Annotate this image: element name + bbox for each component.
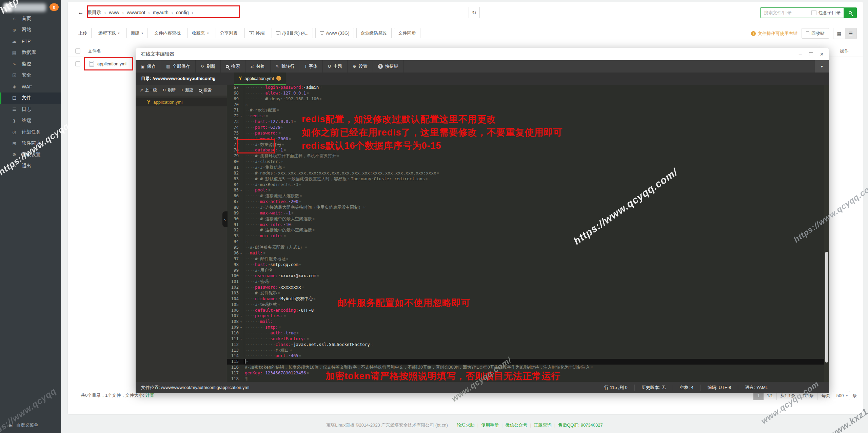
search-input[interactable] (761, 8, 811, 18)
sidebar-item-cron[interactable]: ◷计划任务 (0, 126, 61, 138)
new-button[interactable]: 新建▾ (126, 28, 148, 38)
recycle-bin-button[interactable]: 回收站 (802, 28, 829, 39)
include-subdir-toggle[interactable]: 包含子目录 (811, 8, 844, 18)
breadcrumb-item[interactable]: wwwroot (127, 10, 145, 15)
calculate-size-link[interactable]: 计算 (145, 393, 154, 398)
remote-download-button[interactable]: 远程下载▾ (94, 28, 124, 38)
button-label: 设置 (359, 63, 368, 69)
sidebar-item-security[interactable]: ☑安全 (0, 70, 61, 81)
back-icon[interactable]: ← (74, 9, 87, 16)
file-sync-button[interactable]: 文件同步 (394, 28, 420, 38)
code-line-content: ··#·redis配置¤ (243, 107, 279, 112)
tree-collapse-handle[interactable]: ‹ (222, 211, 228, 227)
editor-scrollbar-track[interactable] (824, 85, 829, 382)
breadcrumb-item[interactable]: www (109, 10, 119, 15)
line-number: 83 (227, 176, 239, 182)
tree-search-button[interactable]: 搜索 (199, 87, 212, 93)
sidebar-item-custom-menu[interactable]: ⊞ 自定义菜单 (9, 422, 38, 428)
footer-link[interactable]: 论坛求助 (457, 422, 475, 428)
grid-view-button[interactable]: ▦ (833, 28, 845, 39)
sidebar-item-waf[interactable]: ◈WAF (0, 81, 61, 92)
code-token: #·maxRedirects:·3 (255, 182, 298, 187)
list-view-button[interactable]: ☰ (845, 28, 856, 39)
line-end-marker: ¤ (283, 313, 286, 318)
editor-save-all-button[interactable]: ▥全部保存 (161, 60, 195, 73)
indent-whitespace: ······ (245, 233, 260, 238)
sidebar-item-logout[interactable]: ↪退出 (0, 161, 61, 172)
tree-up-button[interactable]: ↗上一级 (140, 87, 157, 93)
editor-hotkeys-button[interactable]: ?快捷键 (373, 60, 404, 73)
editor-font-button[interactable]: I字体 (300, 60, 323, 73)
file-name[interactable]: application.yml (97, 61, 126, 66)
button-label: 保存 (147, 63, 156, 69)
line-number: 84 (227, 182, 239, 188)
statusbar-segment: 空格: 4 (673, 385, 700, 391)
save-icon: ▣ (141, 64, 144, 69)
editor-replace-button[interactable]: ⇄替换 (245, 60, 271, 73)
minimize-icon[interactable]: − (798, 53, 802, 56)
include-subdir-checkbox[interactable] (811, 10, 816, 15)
search-button[interactable] (844, 8, 856, 18)
tab-application-yml[interactable]: Y application.yml i (234, 73, 286, 85)
editor-goto-line-button[interactable]: ✎跳转行 (271, 60, 300, 73)
code-line-109: 109▾········smtp:¤ (227, 325, 829, 330)
content-search-button[interactable]: 文件内容查找 (150, 28, 185, 38)
editor-scrollbar-thumb[interactable] (825, 252, 828, 363)
footer-link[interactable]: 售后QQ群: 907340327 (558, 422, 603, 428)
favorites-button[interactable]: 收藏夹▾ (188, 28, 213, 38)
toolbar-more-button[interactable]: ▾ (815, 60, 829, 73)
indent-whitespace: ···· (245, 136, 255, 141)
tree-refresh-button[interactable]: ↻刷新 (162, 87, 176, 93)
line-number: 92 (227, 227, 239, 233)
sidebar-item-ftp[interactable]: ☁FTP (0, 36, 61, 47)
sidebar-item-panel-settings[interactable]: ⚙面板设置 (0, 149, 61, 161)
address-bar[interactable]: ← 根目录›www›wwwroot›myauth›config› ↻ (74, 7, 480, 18)
code-line-79: 79····#·集群环境打开下面注释，单机不需要打开¤ (227, 153, 829, 159)
line-end-marker: ¤ (306, 90, 309, 96)
footer-link[interactable]: 正版查询 (534, 422, 552, 428)
sidebar-item-home[interactable]: ⌂首页 (0, 13, 61, 24)
editor-theme-button[interactable]: U主题 (323, 60, 348, 73)
upload-button[interactable]: 上传 (74, 28, 92, 38)
file-row-checkbox[interactable] (75, 61, 80, 66)
footer-link[interactable]: 微信公众号 (505, 422, 527, 428)
tree-item-application-yml[interactable]: Y application.yml (136, 98, 227, 106)
breadcrumb-item[interactable]: config (176, 10, 189, 15)
editor-titlebar: 在线文本编辑器 − × (136, 48, 829, 60)
line-end-marker: ¤ (304, 245, 307, 250)
editor-refresh-button[interactable]: ↻刷新 (196, 60, 221, 73)
line-end-marker: ¤ (278, 130, 281, 136)
sidebar-item-appstore[interactable]: ⊞软件商店 (0, 138, 61, 149)
maximize-icon[interactable] (809, 52, 813, 56)
breadcrumb-item[interactable]: 根目录 (87, 9, 101, 16)
button-label: 上传 (78, 30, 87, 36)
annotation-text-3: redis默认16个数据库序号为0-15 (302, 140, 441, 152)
monitor-icon: ∿ (12, 61, 17, 66)
disk-www-button[interactable]: /www (33G) (315, 28, 354, 38)
code-line-116: 116#·加密token的秘钥，长度必须为16位，仅支持英文和数字，不支持特殊符… (227, 365, 829, 370)
terminal-button[interactable]: ❯终端 (244, 28, 269, 38)
message-count-badge[interactable]: 0 (50, 3, 59, 11)
editor-save-button[interactable]: ▣保存 (136, 60, 161, 73)
sidebar-item-monitor[interactable]: ∿监控 (0, 58, 61, 70)
footer-link[interactable]: 使用手册 (481, 422, 499, 428)
footer-links: 论坛求助|使用手册|微信公众号|正版查询|售后QQ群: 907340327 (449, 422, 603, 428)
tamper-proof-button[interactable]: 企业级防篡改 (356, 28, 392, 38)
sidebar-item-database[interactable]: ▤数据库 (0, 47, 61, 59)
sidebar-item-files[interactable]: ❏文件 (0, 92, 61, 104)
close-icon[interactable]: × (820, 50, 824, 58)
disk-root-button[interactable]: /(根目录) (4... (272, 28, 313, 38)
breadcrumb-item[interactable]: myauth (153, 10, 169, 15)
tree-new-button[interactable]: +新建 (181, 87, 193, 93)
editor-search-button[interactable]: 搜索 (221, 60, 245, 73)
sidebar-item-terminal[interactable]: ❯终端 (0, 115, 61, 127)
editor-settings-button[interactable]: ⚙设置 (348, 60, 373, 73)
select-all-checkbox[interactable] (75, 48, 80, 54)
code-line-113: 113············#·端口¤ (227, 348, 829, 353)
sidebar-item-logs[interactable]: ☰日志 (0, 104, 61, 115)
summary-text: 共0个目录，1个文件，文件大小: (81, 393, 145, 398)
refresh-path-icon[interactable]: ↻ (469, 7, 479, 18)
sidebar-item-site[interactable]: ⊕网站 (0, 24, 61, 36)
share-list-button[interactable]: 分享列表 (216, 28, 242, 38)
per-page-select[interactable]: 500▾ (833, 391, 850, 400)
